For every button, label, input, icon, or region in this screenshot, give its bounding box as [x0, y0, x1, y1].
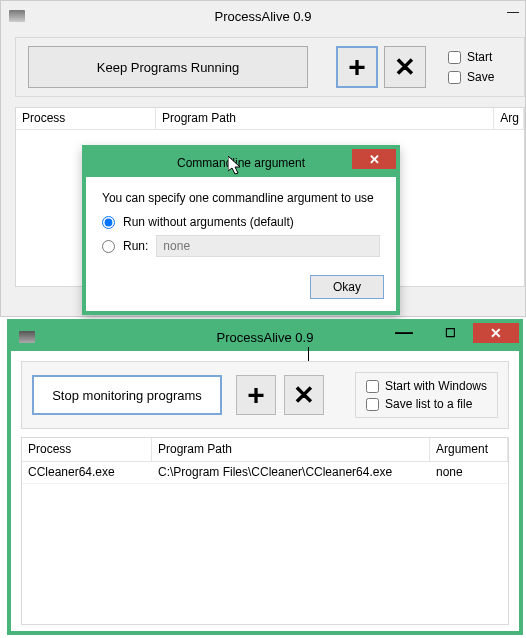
checkbox-input[interactable]	[366, 398, 379, 411]
col-process[interactable]: Process	[16, 108, 156, 129]
checkbox-label: Save	[467, 70, 494, 84]
radio-run-without-arguments[interactable]: Run without arguments (default)	[102, 215, 380, 229]
radio-run-with-argument[interactable]: Run:	[102, 235, 380, 257]
checkbox-label: Start with Windows	[385, 379, 487, 393]
remove-button[interactable]: ✕	[384, 46, 426, 88]
keep-programs-running-button[interactable]: Keep Programs Running	[28, 46, 308, 88]
cell-program-path: C:\Program Files\CCleaner\CCleaner64.exe	[152, 462, 430, 483]
cell-argument: none	[430, 462, 508, 483]
close-icon: ✕	[394, 54, 416, 80]
checkbox-input[interactable]	[448, 71, 461, 84]
minimize-icon[interactable]: —	[503, 5, 523, 23]
checkbox-input[interactable]	[366, 380, 379, 393]
titlebar[interactable]: ProcessAlive 0.9 —	[1, 1, 525, 31]
options-group: Start with Windows Save list to a file	[355, 372, 498, 418]
plus-icon: +	[348, 52, 366, 82]
maximize-button[interactable]: ☐	[427, 323, 473, 343]
dialog-footer: Okay	[86, 275, 396, 311]
dialog-title: Commandline argument	[177, 156, 305, 170]
save-list-checkbox[interactable]: Save list to a file	[366, 397, 487, 411]
close-button[interactable]: ✕	[473, 323, 519, 343]
col-argument[interactable]: Arg	[494, 108, 524, 129]
checkbox-input[interactable]	[448, 51, 461, 64]
radio-input[interactable]	[102, 240, 115, 253]
dialog-description: You can specify one commandline argument…	[102, 191, 380, 205]
table-row[interactable]: CCleaner64.exeC:\Program Files\CCleaner\…	[22, 462, 508, 484]
radio-input[interactable]	[102, 216, 115, 229]
dialog-close-button[interactable]: ✕	[352, 149, 396, 169]
radio-label: Run without arguments (default)	[123, 215, 294, 229]
titlebar[interactable]: ProcessAlive 0.9 — ☐ ✕	[11, 323, 519, 351]
radio-label: Run:	[123, 239, 148, 253]
start-with-windows-checkbox[interactable]: Start	[448, 50, 494, 64]
plus-icon: +	[247, 380, 265, 410]
window-title: ProcessAlive 0.9	[1, 9, 525, 24]
table-header: Process Program Path Arg	[16, 108, 524, 130]
close-icon: ✕	[490, 325, 502, 341]
checkbox-label: Save list to a file	[385, 397, 472, 411]
add-button[interactable]: +	[336, 46, 378, 88]
remove-button[interactable]: ✕	[284, 375, 324, 415]
maximize-icon: ☐	[445, 326, 456, 340]
text-caret	[308, 347, 309, 361]
window-controls: — ☐ ✕	[381, 323, 519, 343]
checkbox-label: Start	[467, 50, 492, 64]
toolbar-panel: Stop monitoring programs + ✕ Start with …	[21, 361, 509, 429]
col-program-path[interactable]: Program Path	[156, 108, 494, 129]
close-icon: ✕	[369, 152, 380, 167]
col-program-path[interactable]: Program Path	[152, 438, 430, 461]
toolbar-panel: Keep Programs Running + ✕ Start Save	[15, 37, 525, 97]
col-process[interactable]: Process	[22, 438, 152, 461]
add-button[interactable]: +	[236, 375, 276, 415]
save-list-checkbox[interactable]: Save	[448, 70, 494, 84]
start-with-windows-checkbox[interactable]: Start with Windows	[366, 379, 487, 393]
argument-input[interactable]	[156, 235, 380, 257]
stop-monitoring-button[interactable]: Stop monitoring programs	[32, 375, 222, 415]
commandline-argument-dialog: Commandline argument ✕ You can specify o…	[82, 145, 400, 315]
options-group: Start Save	[448, 50, 494, 84]
dialog-body: You can specify one commandline argument…	[86, 177, 396, 275]
window-processalive-bottom: ProcessAlive 0.9 — ☐ ✕ Stop monitoring p…	[7, 319, 523, 635]
col-argument[interactable]: Argument	[430, 438, 508, 461]
minimize-button[interactable]: —	[381, 323, 427, 343]
cell-process: CCleaner64.exe	[22, 462, 152, 483]
okay-button[interactable]: Okay	[310, 275, 384, 299]
close-icon: ✕	[293, 382, 315, 408]
process-table[interactable]: Process Program Path Argument CCleaner64…	[21, 437, 509, 625]
table-header: Process Program Path Argument	[22, 438, 508, 462]
dialog-titlebar[interactable]: Commandline argument ✕	[86, 149, 396, 177]
